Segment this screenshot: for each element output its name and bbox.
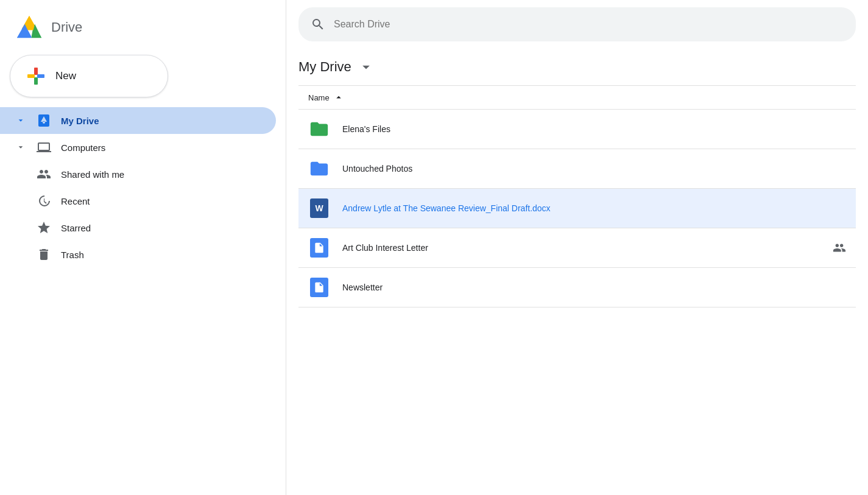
table-row[interactable]: Elena's Files [298,110,856,149]
people-icon [37,167,51,181]
my-drive-title: My Drive [298,59,351,75]
sidebar-item-my-drive-label: My Drive [61,116,99,126]
clock-icon [37,194,51,208]
folder-green-icon [308,118,330,140]
drive-logo [15,15,44,40]
file-name: Elena's Files [342,124,846,134]
table-row[interactable]: Art Club Interest Letter [298,228,856,268]
gdoc-icon [308,237,330,259]
sidebar-item-starred-label: Starred [61,223,91,233]
table-row[interactable]: W Andrew Lytle at The Sewanee Review_Fin… [298,189,856,228]
file-name: Newsletter [342,283,846,292]
folder-blue-icon [308,158,330,180]
table-row[interactable]: Untouched Photos [298,149,856,189]
search-icon [311,17,325,32]
logo-area: Drive [0,10,286,52]
file-name: Art Club Interest Letter [342,243,816,253]
computers-icon [37,140,51,155]
column-headers: Name [298,86,856,109]
svg-rect-10 [37,74,44,78]
sort-arrow-icon[interactable] [333,92,344,103]
svg-rect-8 [34,77,38,85]
files-area: My Drive Name [286,51,868,495]
star-icon [37,220,51,235]
sidebar-item-shared-with-me[interactable]: Shared with me [0,161,276,188]
sidebar-item-computers[interactable]: Computers [0,134,276,161]
sidebar-item-recent-label: Recent [61,196,90,206]
trash-icon [37,247,51,262]
svg-rect-9 [27,74,35,78]
sidebar-item-starred[interactable]: Starred [0,214,276,241]
expand-arrow-icon [15,114,27,127]
my-drive-header: My Drive [298,51,856,85]
new-button-label: New [55,70,76,82]
sidebar-item-shared-with-me-label: Shared with me [61,169,124,180]
sidebar-item-my-drive[interactable]: My Drive [0,107,276,134]
word-doc-icon: W [308,197,330,219]
shared-people-icon [833,241,846,255]
new-button[interactable]: New [10,55,168,97]
search-input[interactable] [334,19,844,30]
file-name: Untouched Photos [342,164,846,174]
sidebar-item-trash-label: Trash [61,250,84,260]
search-bar[interactable] [298,7,856,41]
file-name: Andrew Lytle at The Sewanee Review_Final… [342,203,846,213]
main-content: My Drive Name [286,0,868,495]
gdoc-icon [308,276,330,298]
svg-rect-7 [34,68,38,75]
plus-icon [25,65,47,87]
chevron-down-icon[interactable] [358,58,375,75]
sidebar: Drive New My Drive [0,0,286,495]
my-drive-icon [37,113,51,128]
table-row[interactable]: Newsletter [298,268,856,307]
app-title: Drive [51,19,82,35]
sidebar-item-recent[interactable]: Recent [0,188,276,214]
sidebar-item-computers-label: Computers [61,142,105,153]
name-column-label: Name [308,93,330,102]
expand-arrow-computers-icon [15,141,27,153]
sidebar-item-trash[interactable]: Trash [0,241,276,268]
